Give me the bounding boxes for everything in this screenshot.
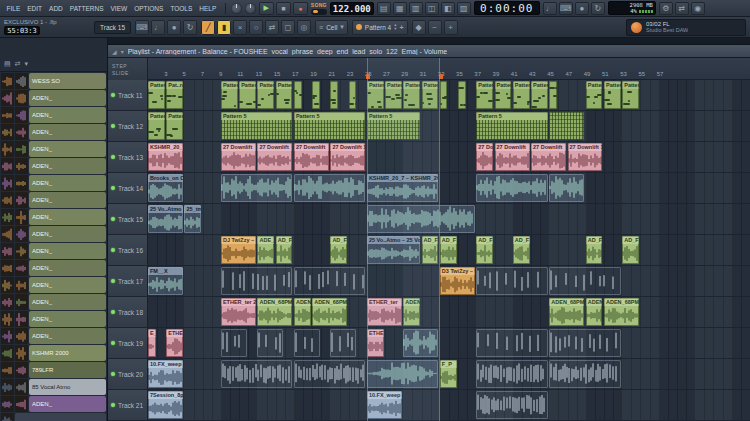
clip-pattern-5[interactable]: Pattern 5 [221,81,238,109]
clip-pattern-5[interactable]: Pattern 5 [294,112,365,140]
tempo-display[interactable]: 122.000 [330,2,374,15]
clip-thumbnail[interactable] [15,362,28,378]
clip-pattern-4[interactable]: Pattern 4 [257,81,274,109]
channel-button[interactable]: KSHMR 2000 [29,345,106,361]
slide-label[interactable]: SLIDE [112,70,147,76]
clip-thumbnail[interactable] [1,362,14,378]
clip-brooks-on-c-brod-c[interactable]: Brooks_on C ~ Brod_C [148,174,183,202]
track-lane[interactable]: 7Session_8plier10.FX_weep [148,390,750,420]
clip-d3-twizzy-upfilter-1[interactable]: D3 TwiZzy ~ Upfilter 1 [440,267,475,295]
clip-thumbnail[interactable] [15,192,28,208]
clip-thumbnail[interactable] [1,311,14,327]
clip-thumbnail[interactable] [1,209,14,225]
clip-thumbnail[interactable] [15,90,28,106]
clip-bars[interactable] [221,267,292,295]
clip-aden-68pm[interactable]: ADEN_68PM [604,298,639,326]
channel-button[interactable]: ADEN_ [29,311,106,327]
track-mute-led[interactable] [111,403,115,407]
track-mute-led[interactable] [111,279,115,283]
clip-pattern-4[interactable]: Pattern 4 [586,81,603,109]
clip-wave[interactable] [549,174,584,202]
clip-pattern-5[interactable]: Pattern 5 [221,112,292,140]
clip-pattern-4[interactable]: Pattern 4 [422,81,439,109]
clip-midi[interactable] [440,81,448,109]
clip-kshmr-20-7-ksh-0-7[interactable]: KSHMR_20_7 ~ KSH_0_7 [148,143,183,171]
clip-pattern-5[interactable]: Pattern 5 [367,112,420,140]
timeline-marker[interactable] [439,74,443,79]
overdub-icon[interactable]: ↻ [183,20,197,35]
clip-pattern-4[interactable]: Pattern 4 [495,81,512,109]
track-lane[interactable]: DJ TwiZzy ~ Upfilter 1ADE_EAD_FAD_F25 Vo… [148,235,750,265]
track-header[interactable]: Track 14 [108,173,148,203]
clip-pattern-5[interactable]: Pattern 5 [476,112,547,140]
clip-midi[interactable] [458,81,466,109]
mute-tool-icon[interactable]: ○ [249,20,263,35]
playlist-icon[interactable]: ▤ [377,2,391,15]
clip-27-downlift[interactable]: 27 Downlift [531,143,566,171]
timeline-marker[interactable] [366,74,370,79]
clip-thumbnail[interactable] [15,124,28,140]
clip-thumbnail[interactable] [1,141,14,157]
record-button[interactable]: ● [293,2,308,15]
pattern-add-icon[interactable]: + [400,24,404,31]
online-icon[interactable]: ◉ [691,2,705,15]
zoom-out-icon[interactable]: − [428,20,442,35]
track-mute-led[interactable] [111,310,115,314]
clip-thumbnail[interactable] [15,311,28,327]
channel-button[interactable]: ADEN_ [29,328,106,344]
track-header[interactable]: Track 20 [108,359,148,389]
clip-thumbnail[interactable] [15,260,28,276]
clip-thumbnail[interactable] [1,345,14,361]
metronome-icon[interactable]: ♩ [151,20,165,35]
clip-kshmr-20-7-kshmr-20-7[interactable]: KSHMR_20_7 ~ KSHMR_20_7 [367,174,438,202]
clip-wave[interactable] [403,329,438,357]
clip-ad-f[interactable]: AD_F [586,236,603,264]
snap-selector[interactable]: ≡ Cell ▾ [315,20,348,35]
clip-thumbnail[interactable] [1,277,14,293]
menu-add[interactable]: ADD [46,5,67,12]
channel-button[interactable]: ADEN_ [29,243,106,259]
channel-button[interactable] [15,413,106,421]
clip-thumbnail[interactable] [15,396,28,412]
channel-button[interactable]: ADEN_ [29,209,106,225]
pattern-color-dot[interactable] [356,24,362,30]
clip-dj-twizzy-upfilter-1[interactable]: DJ TwiZzy ~ Upfilter 1 [221,236,256,264]
channel-rack-icon[interactable]: ▥ [409,2,423,15]
clip-thumbnail[interactable] [1,73,14,89]
clip-pattern-5[interactable]: Pattern 5 [476,81,493,109]
clip-27-downlift[interactable]: 27 Downlift [221,143,256,171]
track-mute-led[interactable] [111,341,115,345]
clip-thumbnail[interactable] [15,73,28,89]
clip-25-vo-atmo-25-tmo[interactable]: 25 Vo..Atmo ~ 25_tmo [148,205,183,233]
track-mute-led[interactable] [111,248,115,252]
clip-thumbnail[interactable] [1,124,14,140]
channel-button[interactable]: ADEN_ [29,141,106,157]
channel-button[interactable]: ADEN_ [29,107,106,123]
clip-wavebig[interactable] [367,360,438,388]
clip-pattern-4[interactable]: Pattern 4 [622,81,639,109]
clip-thumbnail[interactable] [15,141,28,157]
clip-wave[interactable] [221,174,292,202]
clip-thumbnail[interactable] [15,175,28,191]
clip-barsd[interactable] [476,360,547,388]
clip-thumbnail[interactable] [15,158,28,174]
clip-pattern-4[interactable]: Pattern 4 [513,81,530,109]
pattern-selector[interactable]: Pattern 4 ▴▾ + [352,20,408,35]
typing-keyboard-icon[interactable]: ⌨ [559,2,573,15]
clip-bars[interactable] [294,267,365,295]
settings-icon[interactable]: ⚙ [659,2,673,15]
clip-thumbnail[interactable] [1,413,14,421]
zoom-in-icon[interactable]: + [444,20,458,35]
clip-thumbnail[interactable] [15,294,28,310]
channel-button[interactable]: 789LFR [29,362,106,378]
clip-wave[interactable] [367,205,475,233]
clip-10-fx-weep[interactable]: 10.FX_weep [367,391,402,419]
clip-27-downlift[interactable]: 27 Downlift [257,143,292,171]
clip-thumbnail[interactable] [1,175,14,191]
clip-ad-f[interactable]: AD_F [330,236,347,264]
clip-midi[interactable] [294,81,302,109]
clip-thumbnail[interactable] [1,243,14,259]
track-mute-led[interactable] [111,155,115,159]
mixer-icon[interactable]: ◫ [425,2,439,15]
track-mute-led[interactable] [111,124,115,128]
